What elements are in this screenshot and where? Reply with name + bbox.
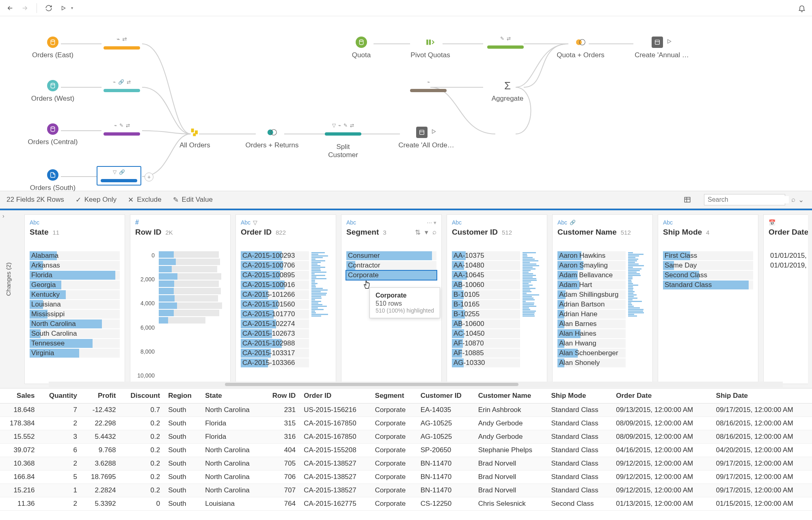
run-dropdown-icon[interactable]: ▾ [71, 6, 73, 10]
back-icon[interactable] [5, 3, 15, 13]
expand-changes-icon[interactable]: › [2, 213, 4, 219]
value-bar[interactable]: B-10165 [452, 300, 520, 309]
value-bar[interactable]: CA-2015-102673 [241, 329, 309, 338]
value-bar[interactable]: Mississippi [30, 310, 120, 319]
value-bar[interactable]: Aaron Hawkins [557, 251, 626, 260]
value-bar[interactable]: AF-10870 [452, 339, 520, 348]
data-grid[interactable]: SalesQuantityProfitDiscountRegionStateRo… [0, 388, 812, 520]
value-bar[interactable]: AF-10885 [452, 349, 520, 358]
profile-card[interactable]: 📅Order Date60401/01/2015, 1…01/01/2019, … [763, 214, 808, 384]
value-bar[interactable]: AA-10645 [452, 271, 520, 280]
value-bar[interactable]: Same Day [663, 261, 753, 270]
column-header[interactable]: Ship Date [712, 388, 812, 403]
table-row[interactable]: 15.21612.28240.2SouthNorth Carolina707CA… [0, 484, 812, 497]
profile-card[interactable]: AbcCustomer ID512AA-10375AA-10480AA-1064… [447, 214, 547, 384]
histogram-bar[interactable] [159, 288, 221, 294]
add-step-button[interactable]: + [145, 173, 153, 181]
value-bar[interactable]: B-10105 [452, 290, 520, 299]
source-node-quota[interactable]: Quota [333, 37, 390, 59]
union-node-all-orders[interactable]: All Orders [166, 127, 223, 149]
table-row[interactable]: 11.3625.33920SouthLouisiana764CA-2015-16… [0, 497, 812, 511]
value-bar[interactable]: Florida [30, 271, 120, 280]
value-bar[interactable]: CA-2015-103366 [241, 358, 309, 367]
value-label[interactable]: 01/01/2015, 1… [769, 251, 808, 260]
value-bar[interactable]: Tennessee [30, 339, 120, 348]
changes-tab[interactable]: Changes (2) [3, 259, 13, 299]
value-bar[interactable]: Consumer [346, 251, 436, 260]
profile-card[interactable]: AbcShip Mode4First ClassSame DaySecond C… [658, 214, 758, 384]
column-header[interactable]: Row ID [263, 388, 300, 403]
histogram-bar[interactable] [159, 302, 222, 309]
clean-step-east[interactable]: ⌁⇄ [99, 36, 144, 50]
refresh-icon[interactable] [43, 3, 54, 13]
value-bar[interactable]: North Carolina [30, 319, 120, 328]
output-node-all-orders[interactable]: Create 'All Orde… [398, 127, 455, 149]
clean-step-central[interactable]: ⌁✎⇄ [99, 123, 144, 136]
value-bar[interactable]: Contractor [346, 261, 436, 270]
value-bar[interactable]: First Class [663, 251, 753, 260]
value-bar[interactable]: Alan Shonely [557, 358, 626, 367]
forward-icon[interactable] [19, 3, 30, 13]
output-node-annual[interactable]: Create 'Annual … [633, 37, 690, 59]
value-bar[interactable]: Alan Hwang [557, 339, 626, 348]
value-bar[interactable]: Alan Schoenberger [557, 349, 626, 358]
clean-step-west[interactable]: ⌁🔗⇄ [99, 79, 144, 92]
value-bar[interactable]: AC-10450 [452, 329, 520, 338]
profile-card[interactable]: Abc▽Order ID822CA-2015-100293CA-2015-100… [235, 214, 336, 384]
histogram-bar[interactable] [159, 266, 217, 272]
value-bar[interactable]: AA-10375 [452, 251, 520, 260]
column-header[interactable]: Sales [0, 388, 39, 403]
column-header[interactable]: State [201, 388, 263, 403]
value-bar[interactable]: Aaron Smayling [557, 261, 626, 270]
value-bar[interactable]: B-10255 [452, 310, 520, 319]
play-icon[interactable] [666, 38, 672, 46]
source-node-orders-south[interactable]: Orders (South) [24, 169, 81, 192]
profile-card[interactable]: Abc🔗Customer Name512Aaron HawkinsAaron S… [552, 214, 653, 384]
column-header[interactable]: Discount [120, 388, 164, 403]
value-bar[interactable]: CA-2015-103317 [241, 349, 309, 358]
table-row[interactable]: 18.6487-12.4320.7SouthNorth Carolina231U… [0, 403, 812, 417]
value-bar[interactable]: AB-10060 [452, 280, 520, 289]
profile-card[interactable]: #Row ID2K02,0004,0006,0008,00010,000 [130, 214, 231, 384]
exclude-button[interactable]: ✕Exclude [128, 196, 161, 204]
expand-panel-icon[interactable]: ⌄ [797, 195, 806, 204]
table-row[interactable]: 15.55235.44320.2SouthFlorida316CA-2015-1… [0, 430, 812, 444]
join-node-orders-returns[interactable]: Orders + Returns [244, 127, 300, 149]
play-icon[interactable] [431, 128, 436, 136]
histogram-bar[interactable] [159, 259, 220, 265]
value-bar[interactable]: Alan Barnes [557, 319, 626, 328]
value-bar[interactable]: CA-2015-100706 [241, 261, 309, 270]
value-bar[interactable]: Adam Bellavance [557, 271, 626, 280]
search-box[interactable]: ⌕ [704, 194, 785, 205]
value-bar[interactable]: AB-10600 [452, 319, 520, 328]
join-node-quota-orders[interactable]: Quota + Orders [552, 37, 609, 59]
value-bar[interactable]: Second Class [663, 271, 753, 280]
value-bar[interactable]: CA-2015-101770 [241, 310, 309, 319]
column-header[interactable]: Region [164, 388, 201, 403]
histogram-bar[interactable] [159, 273, 221, 280]
edit-value-button[interactable]: ✎Edit Value [173, 196, 213, 204]
value-bar[interactable]: Alabama [30, 251, 120, 260]
table-row[interactable]: 178.384222.2980.2SouthFlorida315CA-2015-… [0, 417, 812, 430]
value-bar[interactable]: CA-2015-100895 [241, 271, 309, 280]
value-bar[interactable]: Adam Hart [557, 280, 626, 289]
column-menu-icon[interactable]: ⋯ ▾ [427, 220, 436, 226]
profile-card[interactable]: AbcState11AlabamaArkansasFloridaGeorgiaK… [24, 214, 125, 384]
value-bar[interactable]: CA-2015-102274 [241, 319, 309, 328]
column-header[interactable]: Segment [371, 388, 417, 403]
flow-canvas[interactable]: Orders (East) Orders (West) Orders (Cent… [0, 16, 812, 191]
value-bar[interactable]: Adrian Hane [557, 310, 626, 319]
column-header[interactable]: Quantity [39, 388, 81, 403]
column-header[interactable]: Order ID [300, 388, 371, 403]
run-icon[interactable] [58, 3, 69, 13]
table-row[interactable]: 166.84518.76950.2SouthNorth Carolina706C… [0, 470, 812, 484]
value-bar[interactable]: Corporate [346, 271, 436, 280]
profile-scrollbar[interactable] [49, 382, 783, 387]
sort-icon[interactable]: ⇅ [415, 228, 421, 237]
value-bar[interactable]: AG-10330 [452, 358, 520, 367]
value-bar[interactable]: Arkansas [30, 261, 120, 270]
histogram-bar[interactable] [159, 280, 219, 287]
value-bar[interactable]: Adam Shillingsburg [557, 290, 626, 299]
column-header[interactable]: Customer Name [474, 388, 547, 403]
column-header[interactable]: Order Date [612, 388, 712, 403]
